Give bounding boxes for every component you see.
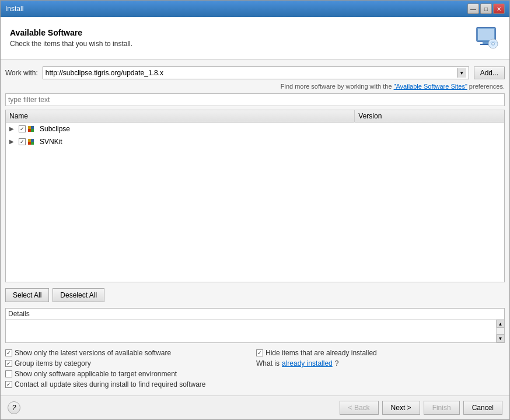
column-version[interactable]: Version bbox=[355, 110, 504, 123]
option-group-category-checkbox[interactable] bbox=[5, 360, 12, 367]
filter-row[interactable] bbox=[5, 93, 505, 106]
next-button[interactable]: Next > bbox=[382, 401, 420, 415]
svg-rect-13 bbox=[28, 142, 31, 145]
combo-dropdown-arrow[interactable]: ▼ bbox=[457, 68, 466, 78]
select-all-button[interactable]: Select All bbox=[5, 288, 49, 302]
details-area: Details ▲ ▼ bbox=[5, 308, 505, 343]
option-latest-versions: Show only the latest versions of availab… bbox=[5, 349, 254, 357]
option-latest-versions-checkbox[interactable] bbox=[5, 349, 12, 356]
dialog-title: Available Software bbox=[10, 28, 132, 37]
header-text: Available Software Check the items that … bbox=[10, 28, 132, 48]
details-scrollbar[interactable]: ▲ ▼ bbox=[496, 320, 504, 342]
filter-input[interactable] bbox=[6, 94, 504, 105]
title-text: Install bbox=[5, 5, 23, 13]
dialog: Available Software Check the items that … bbox=[1, 17, 509, 419]
options-area: Show only the latest versions of availab… bbox=[5, 346, 505, 391]
svg-rect-9 bbox=[28, 129, 31, 132]
svg-rect-14 bbox=[31, 142, 34, 145]
close-button[interactable]: ✕ bbox=[493, 4, 505, 14]
option-target-environment-checkbox[interactable] bbox=[5, 370, 12, 377]
option-hide-installed-checkbox[interactable] bbox=[256, 349, 263, 356]
content-area: Work with: http://subclipse.tigris.org/u… bbox=[1, 60, 509, 396]
svg-point-6 bbox=[492, 43, 494, 45]
option-contact-update-sites-checkbox[interactable] bbox=[5, 381, 12, 388]
maximize-button[interactable]: □ bbox=[480, 4, 492, 14]
more-software-prefix: Find more software by working with the bbox=[281, 83, 394, 90]
table-row: ▶ SVNKit bbox=[6, 135, 504, 148]
more-software-row: Find more software by working with the "… bbox=[5, 83, 505, 90]
option-what-is-installed: What is already installed ? bbox=[256, 359, 505, 368]
row-checkbox-0[interactable] bbox=[19, 125, 26, 132]
expand-arrow-1[interactable]: ▶ bbox=[9, 138, 16, 145]
finish-button[interactable]: Finish bbox=[424, 401, 460, 415]
package-icon-1 bbox=[28, 136, 37, 146]
option-hide-installed: Hide items that are already installed bbox=[256, 349, 505, 357]
action-buttons-row: Select All Deselect All bbox=[5, 286, 505, 304]
deselect-all-button[interactable]: Deselect All bbox=[53, 288, 104, 302]
column-name[interactable]: Name bbox=[6, 110, 355, 123]
work-with-label: Work with: bbox=[5, 69, 38, 77]
add-button[interactable]: Add... bbox=[474, 66, 505, 79]
svg-rect-1 bbox=[478, 29, 494, 40]
cancel-button[interactable]: Cancel bbox=[463, 401, 502, 415]
available-software-sites-link[interactable]: "Available Software Sites" bbox=[394, 83, 467, 90]
work-with-url: http://subclipse.tigris.org/update_1.8.x bbox=[46, 69, 457, 77]
row-name-0: Subclipse bbox=[40, 125, 70, 133]
already-installed-link[interactable]: already installed bbox=[282, 359, 333, 368]
question-mark: ? bbox=[335, 359, 339, 368]
table-row: ▶ Subclipse bbox=[6, 123, 504, 135]
svg-rect-11 bbox=[28, 139, 31, 142]
option-empty-right bbox=[256, 370, 505, 378]
option-target-environment-label: Show only software applicable to target … bbox=[15, 370, 177, 378]
footer-right: < Back Next > Finish Cancel bbox=[340, 401, 502, 415]
row-version-cell-0 bbox=[355, 123, 504, 135]
option-hide-installed-label: Hide items that are already installed bbox=[266, 349, 377, 357]
details-content: ▲ ▼ bbox=[6, 320, 504, 342]
svg-rect-12 bbox=[31, 139, 34, 142]
svg-rect-10 bbox=[31, 129, 34, 132]
back-button[interactable]: < Back bbox=[340, 401, 379, 415]
more-software-suffix: preferences. bbox=[467, 83, 505, 90]
row-name-1: SVNKit bbox=[40, 138, 62, 146]
row-name-cell-0: ▶ Subclipse bbox=[6, 123, 355, 135]
software-table-container: Name Version ▶ Subclipse▶ SVNKit bbox=[5, 110, 505, 282]
details-label: Details bbox=[6, 309, 504, 320]
title-bar-controls: — □ ✕ bbox=[467, 4, 505, 14]
title-bar-title: Install bbox=[5, 5, 23, 13]
work-with-row: Work with: http://subclipse.tigris.org/u… bbox=[5, 66, 505, 79]
work-with-combo[interactable]: http://subclipse.tigris.org/update_1.8.x… bbox=[43, 66, 469, 79]
option-group-category-label: Group items by category bbox=[15, 359, 91, 368]
minimize-button[interactable]: — bbox=[467, 4, 479, 14]
expand-arrow-0[interactable]: ▶ bbox=[9, 125, 16, 132]
footer-left: ? bbox=[8, 401, 20, 414]
footer-area: ? < Back Next > Finish Cancel bbox=[1, 396, 509, 419]
option-contact-update-sites: Contact all update sites during install … bbox=[5, 380, 505, 388]
title-bar: Install — □ ✕ bbox=[1, 1, 509, 17]
help-button[interactable]: ? bbox=[8, 401, 20, 414]
scroll-down-button[interactable]: ▼ bbox=[497, 334, 505, 342]
software-icon bbox=[472, 24, 500, 52]
what-is-label: What is bbox=[256, 359, 280, 368]
option-latest-versions-label: Show only the latest versions of availab… bbox=[15, 349, 171, 357]
option-group-category: Group items by category bbox=[5, 359, 254, 368]
header-area: Available Software Check the items that … bbox=[1, 17, 509, 60]
row-version-cell-1 bbox=[355, 135, 504, 148]
row-checkbox-1[interactable] bbox=[19, 138, 26, 145]
option-contact-update-sites-label: Contact all update sites during install … bbox=[15, 380, 206, 388]
scroll-up-button[interactable]: ▲ bbox=[497, 320, 505, 328]
package-icon-0 bbox=[28, 124, 37, 134]
dialog-subtitle: Check the items that you wish to install… bbox=[10, 40, 132, 48]
software-table: Name Version ▶ Subclipse▶ SVNKit bbox=[6, 110, 504, 148]
svg-rect-7 bbox=[28, 126, 31, 129]
option-target-environment: Show only software applicable to target … bbox=[5, 370, 254, 378]
svg-rect-8 bbox=[31, 126, 34, 129]
table-header-row: Name Version bbox=[6, 110, 504, 123]
row-name-cell-1: ▶ SVNKit bbox=[6, 135, 355, 148]
